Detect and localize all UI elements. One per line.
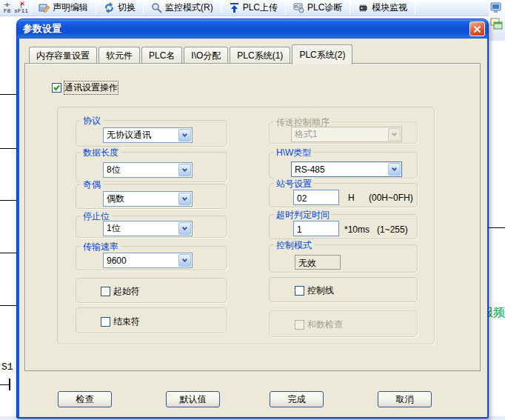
group-sum-check: 和数检查 [269, 310, 418, 337]
cancel-button-label: 取消 [396, 393, 414, 406]
close-button[interactable] [469, 21, 485, 36]
parity-combo-arrow[interactable] [178, 193, 191, 205]
timeout-input[interactable] [293, 221, 339, 236]
toolbar-button-plc-upload[interactable]: PLC上传 [224, 1, 283, 16]
tab-label: 软元件 [106, 50, 133, 62]
ladder-tool-button-sf11[interactable]: |✕ sF11 [14, 0, 28, 16]
start-char-checkbox-label[interactable]: 起始符 [113, 285, 140, 298]
hw-type-combo[interactable]: RS-485 [291, 161, 402, 177]
plc-diagnosis-icon: PLC [293, 2, 304, 13]
parameter-settings-dialog: 参数设置 内存容量设置 软元件 PLC名 I\O分配 PLC系统(1) PLC系… [16, 19, 489, 419]
group-timeout-label: 超时判定时间 [274, 209, 332, 221]
sum-check-checkbox [295, 320, 304, 330]
window-tool-icon[interactable] [490, 18, 504, 31]
ladder-rung [0, 148, 16, 149]
toolbar-separator [285, 1, 286, 15]
station-number-unit: H [348, 193, 355, 203]
baud-rate-combo[interactable]: 9600 [103, 253, 193, 268]
stop-bit-combo-arrow[interactable] [178, 222, 191, 235]
transfer-control-combo-arrow [388, 128, 401, 141]
comm-settings-checkbox-label[interactable]: 通讯设置操作 [64, 81, 118, 94]
start-char-checkbox[interactable] [101, 287, 110, 296]
server-monitor-icon[interactable] [490, 1, 504, 15]
group-data-length: 数据长度 8位 [76, 152, 227, 182]
control-line-checkbox[interactable] [295, 286, 304, 296]
cancel-button[interactable]: 取消 [378, 391, 432, 407]
toolbar-separator [96, 1, 96, 15]
control-line-checkbox-label[interactable]: 控制线 [307, 284, 334, 297]
toolbar-button-label: 切换 [118, 1, 136, 14]
group-start-char: 起始符 [76, 278, 227, 303]
tab-label: PLC系统(2) [299, 49, 345, 61]
parity-combo[interactable]: 偶数 [103, 191, 193, 207]
default-button[interactable]: 默认值 [166, 391, 220, 407]
timeout-unit: *10ms [344, 224, 369, 235]
station-number-input[interactable] [293, 190, 339, 205]
toolbar-button-label: PLC诊断 [307, 1, 342, 14]
data-length-combo[interactable]: 8位 [103, 162, 193, 178]
ladder-line-icon: ⊣⊢ [4, 2, 11, 8]
tab-devices[interactable]: 软元件 [98, 47, 140, 64]
data-length-combo-value: 8位 [104, 164, 178, 176]
tab-strip: 内存容量设置 软元件 PLC名 I\O分配 PLC系统(1) PLC系统(2) [29, 43, 354, 64]
check-icon [53, 84, 61, 92]
start-char-checkbox-row[interactable]: 起始符 [101, 285, 140, 298]
finish-button[interactable]: 完成 [270, 391, 324, 407]
group-parity-label: 奇偶 [81, 179, 103, 191]
sum-check-checkbox-row: 和数检查 [295, 319, 343, 331]
transfer-control-combo: 格式1 [291, 127, 402, 142]
ladder-rung [0, 200, 16, 201]
tab-plc-system-2[interactable]: PLC系统(2) [292, 44, 352, 64]
app-screen: ⊣⊢ F8 |✕ sF11 声明编辑 切换 监控模式(R) [0, 0, 505, 420]
tab-plc-name[interactable]: PLC名 [141, 47, 182, 64]
group-data-length-label: 数据长度 [81, 147, 121, 159]
ladder-tool-key: sF11 [14, 8, 28, 14]
dialog-titlebar[interactable]: 参数设置 [17, 19, 488, 39]
end-char-checkbox-label[interactable]: 结束符 [113, 316, 140, 328]
parity-combo-value: 偶数 [104, 193, 178, 205]
tab-plc-system-1[interactable]: PLC系统(1) [230, 47, 290, 64]
toolbar-separator [415, 1, 415, 15]
toolbar-button-switch[interactable]: 切换 [98, 1, 141, 16]
data-length-combo-arrow[interactable] [178, 164, 191, 176]
plc-upload-icon [229, 2, 240, 13]
group-protocol: 协议 无协议通讯 [76, 120, 227, 147]
protocol-combo[interactable]: 无协议通讯 [103, 127, 193, 143]
monitor-mode-icon [151, 2, 162, 13]
tab-label: I\O分配 [191, 50, 221, 62]
toolbar-button-label: 声明编辑 [53, 1, 88, 14]
group-control-mode-label: 控制模式 [274, 239, 314, 252]
toolbar-button-monitor-mode[interactable]: 监控模式(R) [146, 1, 218, 16]
ladder-rung [489, 227, 505, 228]
end-char-checkbox-row[interactable]: 结束符 [101, 316, 140, 328]
end-char-checkbox[interactable] [101, 317, 110, 327]
chevron-down-icon [182, 195, 187, 200]
toolbar-button-label: 模块监视 [372, 1, 407, 14]
group-end-char: 结束符 [76, 307, 227, 333]
red-x-icon: ✕ [20, 1, 25, 7]
comm-settings-checkbox-row[interactable]: 通讯设置操作 [52, 81, 118, 94]
protocol-combo-arrow[interactable] [178, 129, 191, 141]
group-parity: 奇偶 偶数 [76, 184, 227, 209]
toolbar-button-module-monitor[interactable]: 模块监视 [352, 1, 412, 16]
group-station-number: 站号设置 H (00H~0FH) [269, 183, 418, 207]
toolbar-separator [143, 1, 144, 15]
chevron-down-icon [182, 131, 187, 136]
toolbar-button-label: PLC上传 [243, 1, 278, 14]
toolbar-button-declaration-edit[interactable]: 声明编辑 [33, 1, 93, 16]
hw-type-combo-arrow[interactable] [388, 163, 401, 176]
tab-label: PLC名 [149, 50, 175, 62]
tab-io-assignment[interactable]: I\O分配 [184, 47, 228, 64]
group-hw-type: H\W类型 RS-485 [269, 152, 418, 179]
ladder-rung [0, 94, 16, 95]
right-background: 服频 [489, 0, 505, 420]
baud-rate-combo-arrow[interactable] [178, 254, 191, 267]
tab-memory-capacity[interactable]: 内存容量设置 [29, 47, 97, 64]
stop-bit-combo[interactable]: 1位 [103, 221, 193, 236]
control-line-checkbox-row[interactable]: 控制线 [295, 284, 334, 297]
toolbar-button-plc-diagnosis[interactable]: PLC PLC诊断 [288, 1, 347, 16]
comm-settings-checkbox[interactable] [52, 83, 61, 93]
check-button[interactable]: 检查 [58, 391, 112, 407]
chevron-down-icon [182, 224, 187, 230]
ladder-tool-button-f8[interactable]: ⊣⊢ F8 [0, 0, 14, 16]
